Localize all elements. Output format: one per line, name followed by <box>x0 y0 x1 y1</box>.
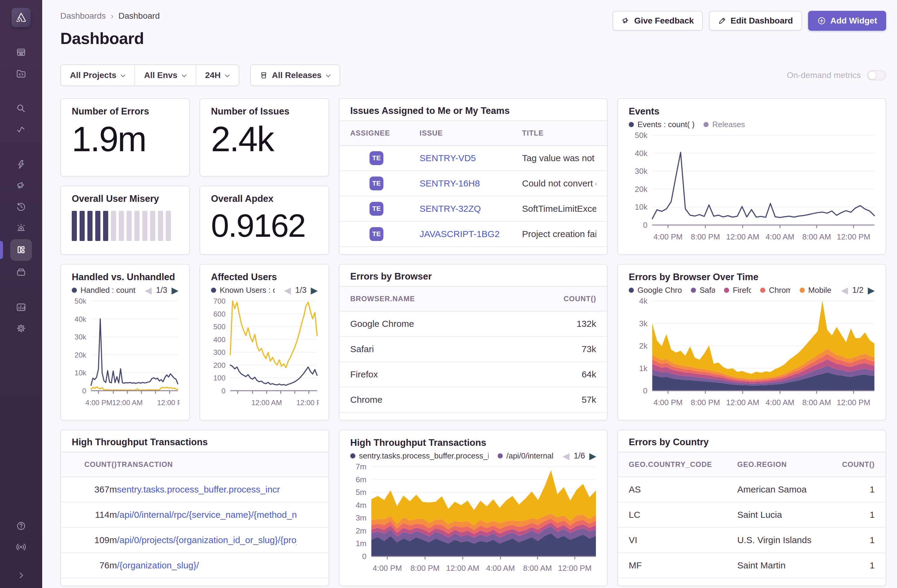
widget-handled-vs-unhandled[interactable]: Handled vs. Unhandled Handled : count( )… <box>60 264 190 420</box>
legend-next-arrow[interactable]: ▶ <box>589 452 596 461</box>
column-header[interactable]: TITLE <box>522 129 596 137</box>
table-row[interactable]: VIU.S. Virgin Islands1 <box>618 528 886 553</box>
legend-item[interactable]: Safari <box>691 286 715 295</box>
add-widget-button[interactable]: Add Widget <box>808 11 886 31</box>
sidebar-item-issues[interactable] <box>10 43 32 62</box>
sidebar-item-releases[interactable] <box>10 263 32 282</box>
column-header[interactable]: COUNT() <box>827 460 875 469</box>
legend-item[interactable]: sentry.tasks.process_buffer.process_incr <box>350 451 488 461</box>
widget-high-throughput-table[interactable]: High Throughput Transactions COUNT()TRAN… <box>60 429 329 586</box>
svg-text:4:00 PM: 4:00 PM <box>372 564 402 573</box>
table-row[interactable]: TEJAVASCRIPT-1BG2Project creation failed <box>339 222 607 247</box>
release-filter[interactable]: All Releases <box>250 64 340 86</box>
legend-item[interactable]: Firefox <box>724 286 751 295</box>
legend-item[interactable]: Handled : count( ) <box>72 286 136 295</box>
edit-dashboard-button[interactable]: Edit Dashboard <box>709 11 802 31</box>
sidebar-item-performance[interactable] <box>10 120 32 139</box>
table-row[interactable]: Mobile Safari33k <box>339 413 607 420</box>
column-header[interactable]: COUNT() <box>536 295 596 303</box>
breadcrumb-dashboards[interactable]: Dashboards <box>60 11 106 21</box>
widget-apdex[interactable]: Overall Apdex 0.9162 <box>199 186 329 255</box>
assignee-avatar[interactable]: TE <box>369 227 383 241</box>
legend-next-arrow[interactable]: ▶ <box>868 286 875 295</box>
column-header[interactable]: TRANSACTION <box>117 460 297 469</box>
widget-issues-assigned[interactable]: Issues Assigned to Me or My Teams ASSIGN… <box>339 98 608 255</box>
table-link[interactable]: SENTRY-32ZQ <box>419 204 481 214</box>
on-demand-metrics-toggle[interactable] <box>867 70 886 81</box>
widget-events[interactable]: Events Events : count( )Releases 010k20k… <box>617 98 886 255</box>
legend-item[interactable]: Events : count( ) <box>629 120 695 129</box>
widget-errors-by-browser[interactable]: Errors by Browser BROWSER.NAMECOUNT()Goo… <box>339 264 608 420</box>
sidebar-item-help[interactable] <box>10 516 32 536</box>
table-row[interactable]: Safari73k <box>339 337 607 362</box>
column-header[interactable]: GEO.COUNTRY_CODE <box>629 460 737 469</box>
column-header[interactable]: ISSUE <box>419 129 522 137</box>
legend-item[interactable]: /api/0/internal/r <box>497 451 553 461</box>
table-link[interactable]: /api/0/internal/rpc/{service_name}/{meth… <box>117 510 297 519</box>
legend-prev-arrow[interactable]: ◀ <box>562 452 569 461</box>
assignee-avatar[interactable]: TE <box>369 151 383 165</box>
legend-prev-arrow[interactable]: ◀ <box>145 286 152 295</box>
table-row[interactable]: MFSaint Martin1 <box>618 553 886 578</box>
table-row[interactable]: 114m/api/0/internal/rpc/{service_name}/{… <box>61 502 329 528</box>
widget-number-of-issues[interactable]: Number of Issues 2.4k <box>199 98 329 177</box>
table-row[interactable]: 367msentry.tasks.process_buffer.process_… <box>61 477 329 502</box>
legend-next-arrow[interactable]: ▶ <box>311 286 318 295</box>
column-header[interactable]: COUNT() <box>72 460 117 469</box>
sidebar-item-explore[interactable] <box>10 99 32 118</box>
legend-item[interactable]: Releases <box>704 120 745 129</box>
table-link[interactable]: sentry.tasks.process_buffer.process_incr <box>117 484 280 494</box>
table-link[interactable]: /api/0/projects/{organization_id_or_slug… <box>117 535 297 545</box>
sidebar-item-stats[interactable] <box>10 298 32 317</box>
sidebar-item-replays[interactable] <box>10 197 32 216</box>
table-row[interactable]: Chrome57k <box>339 387 607 413</box>
sidebar-item-feedback[interactable] <box>10 176 32 195</box>
sidebar-item-alerts[interactable] <box>10 218 32 237</box>
column-header[interactable]: GEO.REGION <box>737 460 827 469</box>
project-filter[interactable]: All Projects <box>61 65 135 86</box>
table-link[interactable]: /{organization_slug}/ <box>117 560 199 570</box>
table-link[interactable]: JAVASCRIPT-1BG2 <box>419 229 500 239</box>
legend-next-arrow[interactable]: ▶ <box>171 286 178 295</box>
table-row[interactable]: 109m/api/0/projects/{organization_id_or_… <box>61 528 329 553</box>
legend-item[interactable]: Known Users : cour <box>211 286 275 295</box>
sidebar-item-broadcasts[interactable] <box>10 538 32 557</box>
column-header[interactable]: BROWSER.NAME <box>350 295 536 303</box>
assignee-avatar[interactable]: TE <box>369 202 383 216</box>
sidebar-item-settings[interactable] <box>10 319 32 338</box>
table-row[interactable]: 76m/{organization_slug}/ <box>61 553 329 578</box>
widget-number-of-errors[interactable]: Number of Errors 1.9m <box>60 98 190 177</box>
table-link[interactable]: SENTRY-16H8 <box>419 178 480 188</box>
table-row[interactable]: TESENTRY-32ZQSoftTimeLimitExceeded <box>339 196 607 222</box>
widget-affected-users[interactable]: Affected Users Known Users : cour◀1/3▶ 0… <box>199 264 329 420</box>
legend-item[interactable]: Google Chrome <box>629 286 682 295</box>
table-link[interactable]: SENTRY-VD5 <box>419 153 476 163</box>
date-range-filter[interactable]: 24H <box>196 65 239 86</box>
legend-item[interactable]: Mobile S <box>800 286 832 295</box>
widget-errors-by-country[interactable]: Errors by Country GEO.COUNTRY_CODEGEO.RE… <box>617 429 886 586</box>
table-row[interactable]: ASAmerican Samoa1 <box>618 477 886 502</box>
sidebar-item-projects[interactable] <box>10 64 32 83</box>
assignee-avatar[interactable]: TE <box>369 177 383 190</box>
chevron-right-icon <box>17 571 26 580</box>
legend-prev-arrow[interactable]: ◀ <box>841 286 848 295</box>
table-row[interactable]: Google Chrome132k <box>339 312 607 337</box>
column-header[interactable]: ASSIGNEE <box>350 129 419 137</box>
widget-user-misery[interactable]: Overall User Misery <box>60 186 190 255</box>
widget-high-throughput-chart[interactable]: High Throughput Transactions sentry.task… <box>339 429 608 586</box>
table-row[interactable]: Firefox64k <box>339 362 607 387</box>
give-feedback-button[interactable]: Give Feedback <box>612 11 703 31</box>
legend-item[interactable]: Chrome <box>760 286 791 295</box>
environment-filter[interactable]: All Envs <box>135 65 195 86</box>
sidebar-collapse[interactable] <box>10 566 32 585</box>
table-row[interactable]: LCSaint Lucia1 <box>618 502 886 528</box>
table-row[interactable]: TESENTRY-16H8Could not convert query <box>339 171 607 196</box>
sidebar-item-dashboards[interactable] <box>10 239 32 261</box>
table-row[interactable]: TESENTRY-VD5Tag value was not a strin <box>339 146 607 171</box>
table-cell: TE <box>350 227 419 241</box>
sentry-logo[interactable] <box>11 8 31 27</box>
legend-prev-arrow[interactable]: ◀ <box>284 286 291 295</box>
widget-errors-by-browser-over-time[interactable]: Errors by Browser Over Time Google Chrom… <box>617 264 886 420</box>
sidebar-item-starred[interactable] <box>10 155 32 174</box>
table-cell: Project creation failed <box>522 229 596 239</box>
